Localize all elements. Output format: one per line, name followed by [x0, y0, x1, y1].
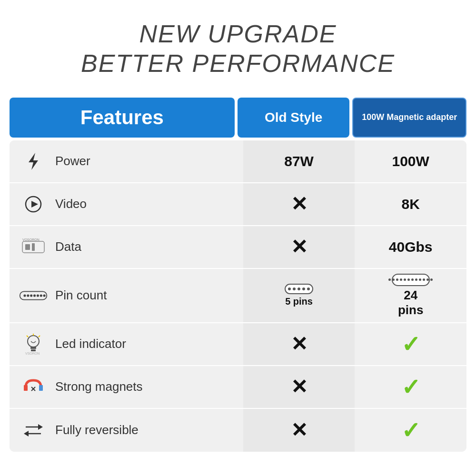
row-pincount: Pin count 5 pins 24pins [10, 269, 466, 323]
cross-icon: ✕ [291, 192, 307, 216]
label-pincount: Pin count [55, 288, 107, 303]
svg-line-18 [27, 336, 28, 337]
page: NEW UPGRADE BETTER PERFORMANCE Features … [0, 0, 476, 476]
svg-rect-22 [24, 385, 28, 391]
svg-rect-19 [30, 347, 36, 349]
headline-line2: BETTER PERFORMANCE [81, 49, 395, 78]
header-features: Features [10, 98, 235, 138]
cross-icon: ✕ [291, 235, 307, 258]
icon-play [19, 196, 48, 213]
cross-icon: ✕ [291, 375, 307, 398]
svg-text:VOSORON: VOSORON [22, 238, 40, 241]
svg-marker-0 [29, 153, 38, 170]
svg-point-13 [40, 294, 42, 297]
cell-old-video: ✕ [243, 183, 355, 225]
svg-rect-23 [39, 385, 43, 391]
svg-point-8 [23, 294, 26, 297]
headline-line1: NEW UPGRADE [81, 19, 395, 49]
svg-point-14 [43, 294, 46, 297]
svg-marker-29 [24, 431, 29, 436]
cell-feature-video: Video [10, 183, 243, 225]
pin-small-label: 5 pins [285, 296, 313, 307]
cell-feature-led: VSORONLed indicator [10, 323, 243, 365]
new-value-power: 100W [392, 153, 429, 169]
check-icon: ✓ [401, 331, 420, 357]
cell-old-led: ✕ [243, 323, 355, 365]
check-icon: ✓ [401, 374, 420, 400]
data-table: Power87W100WVideo✕8KVOSORONData✕40GbsPin… [10, 140, 466, 452]
comparison-table: Features Old Style 100W Magnetic adapter… [10, 98, 466, 452]
cross-icon: ✕ [291, 332, 307, 356]
svg-marker-2 [31, 201, 38, 208]
label-magnets: Strong magnets [55, 379, 143, 394]
pin-large-label: 24pins [398, 288, 423, 317]
header-new-style: 100W Magnetic adapter [352, 98, 466, 138]
svg-text:VSORON: VSORON [25, 352, 40, 355]
icon-connector [19, 289, 48, 302]
cell-old-reversible: ✕ [243, 409, 355, 452]
cell-new-magnets: ✓ [355, 366, 466, 408]
label-led: Led indicator [55, 337, 126, 351]
icon-bolt [19, 152, 48, 171]
cell-new-video: 8K [355, 183, 466, 225]
label-power: Power [55, 154, 90, 169]
svg-rect-4 [25, 244, 30, 250]
svg-point-10 [30, 294, 32, 297]
header-old-style: Old Style [238, 98, 350, 138]
row-power: Power87W100W [10, 140, 466, 183]
icon-bulb: VSORON [19, 334, 48, 355]
cell-feature-power: Power [10, 140, 243, 182]
row-led: VSORONLed indicator✕✓ [10, 323, 466, 366]
check-icon: ✓ [401, 417, 420, 444]
label-video: Video [55, 197, 87, 211]
new-value-video: 8K [402, 196, 420, 212]
icon-arrows [19, 422, 48, 438]
cell-feature-pincount: Pin count [10, 269, 243, 322]
pin-connector-large [392, 274, 430, 286]
cell-new-pincount: 24pins [355, 269, 466, 322]
cell-feature-reversible: Fully reversible [10, 409, 243, 452]
headline: NEW UPGRADE BETTER PERFORMANCE [81, 19, 395, 79]
pin-large-cell: 24pins [392, 274, 430, 317]
icon-data: VOSORON [19, 238, 48, 256]
svg-rect-20 [31, 349, 36, 351]
cell-new-data: 40Gbs [355, 226, 466, 268]
cell-old-magnets: ✕ [243, 366, 355, 408]
cell-old-pincount: 5 pins [243, 269, 355, 322]
svg-point-12 [37, 294, 39, 297]
cell-old-data: ✕ [243, 226, 355, 268]
cross-icon: ✕ [291, 418, 307, 442]
svg-rect-5 [32, 243, 35, 251]
label-data: Data [55, 239, 81, 254]
cell-feature-data: VOSORONData [10, 226, 243, 268]
svg-line-17 [39, 336, 40, 337]
svg-marker-27 [38, 424, 43, 430]
pin-small-cell: 5 pins [285, 284, 313, 307]
cell-new-led: ✓ [355, 323, 466, 365]
old-value-power: 87W [284, 153, 314, 169]
icon-magnet [19, 378, 48, 396]
pin-connector-small [285, 284, 313, 294]
row-video: Video✕8K [10, 183, 466, 226]
row-data: VOSORONData✕40Gbs [10, 226, 466, 269]
svg-point-15 [28, 336, 39, 347]
svg-point-11 [33, 294, 36, 297]
row-magnets: Strong magnets✕✓ [10, 366, 466, 409]
cell-feature-magnets: Strong magnets [10, 366, 243, 408]
header-row: Features Old Style 100W Magnetic adapter [10, 98, 466, 138]
cell-new-power: 100W [355, 140, 466, 182]
svg-point-9 [27, 294, 29, 297]
label-reversible: Fully reversible [55, 423, 139, 437]
cell-old-power: 87W [243, 140, 355, 182]
row-reversible: Fully reversible✕✓ [10, 409, 466, 452]
cell-new-reversible: ✓ [355, 409, 466, 452]
new-value-data: 40Gbs [389, 239, 433, 255]
